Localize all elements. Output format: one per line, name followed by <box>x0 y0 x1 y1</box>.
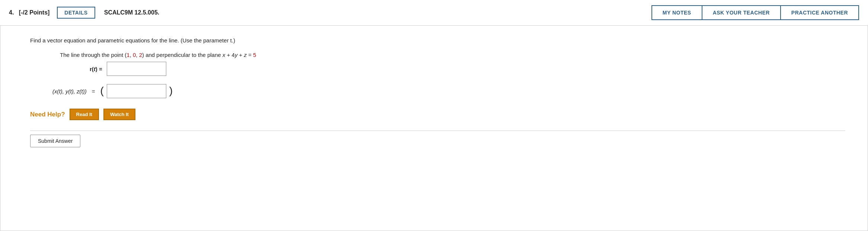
ask-teacher-button[interactable]: ASK YOUR TEACHER <box>702 5 780 20</box>
line2-mid: ) and perpendicular to the plane <box>142 52 222 58</box>
problem-description-line1: Find a vector equation and parametric eq… <box>30 36 845 45</box>
point-z: 2 <box>139 52 142 58</box>
practice-another-button[interactable]: PRACTICE ANOTHER <box>780 5 859 20</box>
xyz-equals: = <box>92 88 95 94</box>
plane-eq-rest: + 4 <box>225 52 235 58</box>
paren-close: ) <box>169 86 173 96</box>
plane-plus: + <box>237 52 244 58</box>
q-number: 4. <box>9 9 14 16</box>
xyz-label: (x(t), y(t), z(t)) <box>52 88 87 94</box>
point-x: 1 <box>126 52 129 58</box>
rt-input[interactable] <box>107 62 166 76</box>
rt-label: r(t) = <box>90 66 102 72</box>
problem-code: SCALC9M 12.5.005. <box>104 9 160 16</box>
description-text: Find a vector equation and parametric eq… <box>30 37 235 44</box>
watch-it-button[interactable]: Watch It <box>103 109 135 120</box>
plane-eq-sign: = <box>247 52 253 58</box>
problem-description-line2: The line through the point (1, 0, 2) and… <box>60 52 845 58</box>
xyz-row: (x(t), y(t), z(t)) = ( ) <box>52 84 845 98</box>
plane-eq-prefix: x <box>222 52 225 58</box>
page-container: 4. [-/2 Points] DETAILS SCALC9M 12.5.005… <box>0 0 868 231</box>
paren-open: ( <box>100 86 103 96</box>
header-action-buttons: MY NOTES ASK YOUR TEACHER PRACTICE ANOTH… <box>651 5 859 20</box>
submit-row: Submit Answer <box>30 131 845 147</box>
sep2: , <box>136 52 139 58</box>
need-help-label: Need Help? <box>30 111 65 118</box>
plane-z: z <box>244 52 247 58</box>
my-notes-button[interactable]: MY NOTES <box>651 5 702 20</box>
question-number: 4. [-/2 Points] <box>9 9 49 16</box>
plane-rhs: 5 <box>253 52 256 58</box>
read-it-button[interactable]: Read It <box>70 109 99 120</box>
line2-prefix: The line through the point ( <box>60 52 126 58</box>
details-button[interactable]: DETAILS <box>57 7 95 19</box>
points-label: [-/2 Points] <box>19 9 50 16</box>
rt-row: r(t) = <box>90 62 845 76</box>
submit-button[interactable]: Submit Answer <box>30 135 80 147</box>
sep1: , <box>130 52 133 58</box>
xyz-input[interactable] <box>107 84 166 98</box>
need-help-row: Need Help? Read It Watch It <box>30 109 845 120</box>
header-row: 4. [-/2 Points] DETAILS SCALC9M 12.5.005… <box>0 0 868 26</box>
main-content: Find a vector equation and parametric eq… <box>0 26 868 231</box>
